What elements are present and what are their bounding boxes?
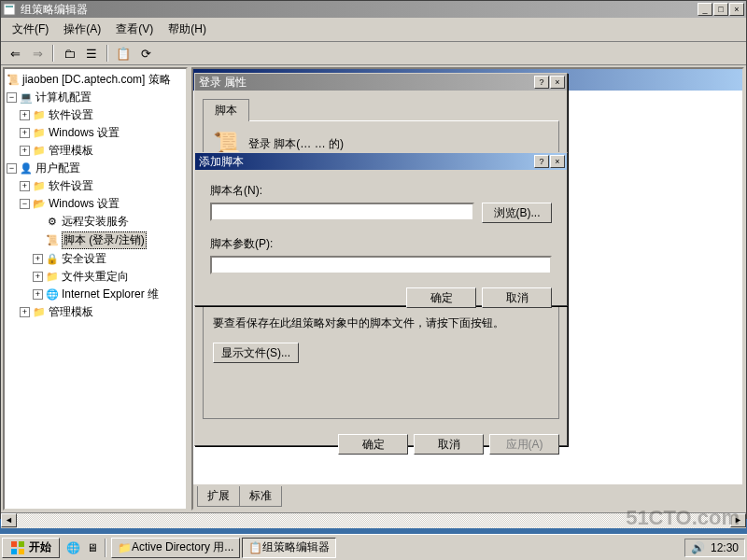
expand-icon[interactable]: + xyxy=(20,146,30,156)
expand-icon[interactable]: + xyxy=(20,307,30,317)
collapse-icon[interactable]: − xyxy=(20,199,30,209)
tree-user-config[interactable]: −👤用户配置 xyxy=(7,160,184,177)
script-icon: 📜 xyxy=(46,234,59,247)
toolbar: ⇐ ⇒ 🗀 ☰ 📋 ⟳ xyxy=(1,42,746,65)
taskbar-item-gpedit[interactable]: 📋 组策略编辑器 xyxy=(242,538,336,558)
tab-script[interactable]: 脚本 xyxy=(203,99,249,121)
add-script-dialog: 添加脚本 ? × 脚本名(N): 浏览(B)... 脚本参数(P): 确定 取消 xyxy=(194,152,568,306)
menu-action[interactable]: 操作(A) xyxy=(56,20,108,39)
policy-icon: 📜 xyxy=(7,74,20,87)
menu-help[interactable]: 帮助(H) xyxy=(161,20,214,39)
desktop-icon[interactable]: 🖥 xyxy=(83,539,102,557)
help-button[interactable]: ? xyxy=(534,155,549,168)
cancel-button[interactable]: 取消 xyxy=(414,434,484,455)
collapse-icon[interactable]: − xyxy=(7,163,17,174)
expand-icon[interactable]: + xyxy=(33,272,43,282)
user-icon: 👤 xyxy=(20,162,33,175)
expand-icon[interactable]: + xyxy=(20,181,30,191)
system-tray[interactable]: 🔊 12:30 xyxy=(684,539,745,557)
main-titlebar[interactable]: 组策略编辑器 _ □ × xyxy=(1,1,746,18)
export-button[interactable]: 📋 xyxy=(113,44,134,63)
menu-view[interactable]: 查看(V) xyxy=(108,20,161,39)
clock[interactable]: 12:30 xyxy=(711,541,739,554)
refresh-button[interactable]: ⟳ xyxy=(135,44,156,63)
back-button[interactable]: ⇐ xyxy=(5,44,25,63)
svg-rect-3 xyxy=(19,541,24,547)
tree-item[interactable]: +📁软件设置 xyxy=(7,177,184,195)
tree-root[interactable]: 📜jiaoben [DC.aptech.com] 策略 xyxy=(7,71,184,89)
menu-file[interactable]: 文件(F) xyxy=(5,20,56,39)
expand-icon[interactable]: + xyxy=(33,254,43,264)
props-button[interactable]: ☰ xyxy=(81,44,102,63)
tree-item[interactable]: +📁文件夹重定向 xyxy=(7,268,184,286)
add-titlebar[interactable]: 添加脚本 ? × xyxy=(195,153,567,170)
svg-rect-1 xyxy=(6,6,13,7)
window-title: 组策略编辑器 xyxy=(19,2,698,18)
script-params-label: 脚本参数(P): xyxy=(210,236,552,252)
folder-icon: 📁 xyxy=(33,145,46,158)
app-icon: 📁 xyxy=(118,541,132,554)
script-name-label: 脚本名(N): xyxy=(210,183,552,199)
up-button[interactable]: 🗀 xyxy=(59,44,79,63)
taskbar-item-ad[interactable]: 📁 Active Directory 用... xyxy=(111,538,240,558)
app-icon: 📋 xyxy=(248,541,262,554)
tree-item[interactable]: +🔒安全设置 xyxy=(7,250,184,268)
script-name-input[interactable] xyxy=(210,203,474,221)
quick-launch: 🌐 🖥 xyxy=(63,539,102,557)
tree-item[interactable]: +📁Windows 设置 xyxy=(7,124,184,142)
minimize-button[interactable]: _ xyxy=(698,3,712,16)
tree-item[interactable]: +📁软件设置 xyxy=(7,106,184,124)
help-button[interactable]: ? xyxy=(534,76,549,89)
tab-extended[interactable]: 扩展 xyxy=(197,486,240,507)
apply-button[interactable]: 应用(A) xyxy=(489,434,559,455)
prop-description: 登录 脚本(… … 的) xyxy=(248,136,344,152)
tree-item[interactable]: +📁管理模板 xyxy=(7,303,184,321)
folder-icon: 📁 xyxy=(33,127,46,140)
script-params-input[interactable] xyxy=(210,256,552,274)
folder-icon: 📁 xyxy=(33,109,46,122)
tree-item[interactable]: +🌐Internet Explorer 维 xyxy=(7,286,184,303)
close-button[interactable]: × xyxy=(550,155,565,168)
add-title: 添加脚本 xyxy=(197,154,534,170)
expand-icon[interactable]: + xyxy=(33,289,43,300)
tray-icon[interactable]: 🔊 xyxy=(691,541,705,554)
maximize-button[interactable]: □ xyxy=(713,3,728,16)
close-button[interactable]: × xyxy=(550,76,565,89)
collapse-icon[interactable]: − xyxy=(7,92,17,103)
tree-item[interactable]: ⚙远程安装服务 xyxy=(7,213,184,231)
toolbar-separator xyxy=(106,45,108,62)
tree-pane[interactable]: 📜jiaoben [DC.aptech.com] 策略 −💻计算机配置 +📁软件… xyxy=(3,67,188,511)
tab-standard[interactable]: 标准 xyxy=(239,486,282,507)
toolbar-separator xyxy=(52,45,54,62)
prop-titlebar[interactable]: 登录 属性 ? × xyxy=(195,74,567,91)
svg-rect-4 xyxy=(11,549,17,554)
tree-item[interactable]: −📂Windows 设置 xyxy=(7,195,184,213)
hint-text: 要查看保存在此组策略对象中的脚本文件，请按下面按钮。 xyxy=(213,315,549,331)
ok-button[interactable]: 确定 xyxy=(406,287,476,308)
browse-button[interactable]: 浏览(B)... xyxy=(482,203,552,223)
svg-rect-0 xyxy=(4,4,15,15)
folder-icon: 📁 xyxy=(46,271,59,284)
folder-open-icon: 📂 xyxy=(33,198,46,211)
ok-button[interactable]: 确定 xyxy=(338,434,408,455)
ie-icon[interactable]: 🌐 xyxy=(63,539,82,557)
start-button[interactable]: 开始 xyxy=(2,538,60,558)
app-icon xyxy=(3,3,16,16)
cancel-button[interactable]: 取消 xyxy=(482,287,552,308)
svg-rect-5 xyxy=(19,549,24,554)
ie-icon: 🌐 xyxy=(46,288,59,301)
close-button[interactable]: × xyxy=(729,3,744,16)
forward-button[interactable]: ⇒ xyxy=(27,44,48,63)
service-icon: ⚙ xyxy=(46,216,59,229)
scroll-left-icon[interactable]: ◄ xyxy=(1,513,17,527)
tree-item[interactable]: +📁管理模板 xyxy=(7,142,184,160)
lock-icon: 🔒 xyxy=(46,253,59,266)
tree-computer-config[interactable]: −💻计算机配置 xyxy=(7,89,184,106)
watermark: 51CTO.com xyxy=(626,506,740,530)
show-files-button[interactable]: 显示文件(S)... xyxy=(213,343,299,363)
folder-icon: 📁 xyxy=(33,180,46,193)
expand-icon[interactable]: + xyxy=(20,128,30,138)
expand-icon[interactable]: + xyxy=(20,110,30,120)
tree-scripts[interactable]: 📜脚本 (登录/注销) xyxy=(7,231,184,250)
windows-icon xyxy=(10,540,25,555)
